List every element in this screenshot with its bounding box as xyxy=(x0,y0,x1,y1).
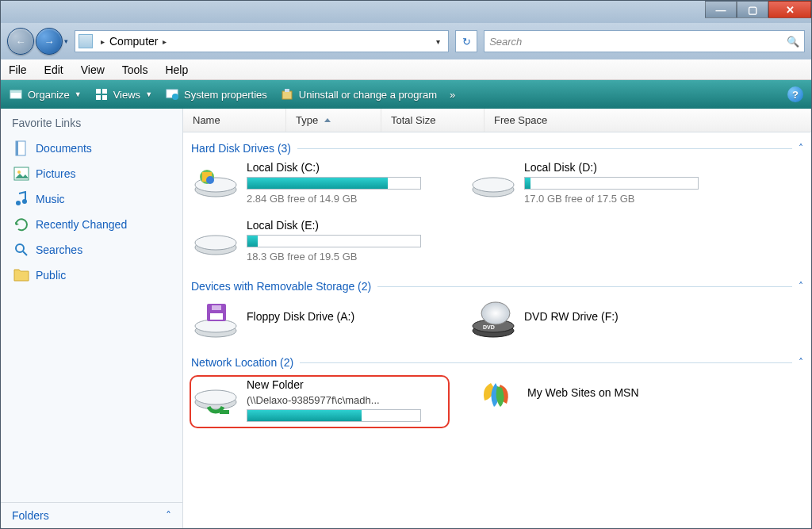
breadcrumb-sep-icon: ▸ xyxy=(101,37,105,46)
group-title: Devices with Removable Storage (2) xyxy=(191,280,371,293)
hdd-icon xyxy=(193,219,239,259)
svg-point-7 xyxy=(172,94,178,100)
menu-file[interactable]: File xyxy=(9,63,27,76)
caret-down-icon: ▼ xyxy=(145,90,152,98)
searches-icon xyxy=(13,242,29,258)
sidebar-header: Favorite Links xyxy=(1,109,182,136)
sidebar-item-documents[interactable]: Documents xyxy=(7,136,176,161)
documents-icon xyxy=(13,140,29,156)
collapse-icon[interactable]: ˄ xyxy=(799,357,803,368)
sidebar-item-pictures[interactable]: Pictures xyxy=(7,161,176,186)
minimize-button[interactable]: — xyxy=(705,1,737,18)
drive-msn-web[interactable]: My Web Sites on MSN xyxy=(473,375,727,428)
column-type[interactable]: Type xyxy=(286,109,381,132)
sidebar-label: Music xyxy=(36,193,65,205)
drive-info: DVD RW Drive (F:) xyxy=(524,299,724,326)
forward-button[interactable]: → xyxy=(36,28,63,55)
menu-view[interactable]: View xyxy=(81,63,105,76)
drive-info: My Web Sites on MSN xyxy=(527,375,727,402)
svg-rect-3 xyxy=(102,89,107,94)
drive-name: Local Disk (C:) xyxy=(247,161,446,174)
drive-floppy-a[interactable]: Floppy Disk Drive (A:) xyxy=(193,299,446,339)
drive-local-c[interactable]: Local Disk (C:) 2.84 GB free of 14.9 GB xyxy=(193,161,446,205)
menu-edit[interactable]: Edit xyxy=(44,63,63,76)
collapse-icon[interactable]: ˄ xyxy=(799,143,803,154)
breadcrumb-sep-icon: ▸ xyxy=(163,37,167,46)
hdd-icon xyxy=(470,161,516,201)
refresh-icon: ↻ xyxy=(462,36,471,48)
pictures-icon xyxy=(13,166,29,182)
sidebar-item-searches[interactable]: Searches xyxy=(7,237,176,263)
sidebar-item-recently-changed[interactable]: Recently Changed xyxy=(7,212,176,237)
back-button[interactable]: ← xyxy=(7,28,34,55)
computer-icon xyxy=(79,34,93,48)
favorite-links-list: Documents Pictures Music Recently Change… xyxy=(1,136,182,288)
address-bar[interactable]: ▸ Computer ▸ ▾ xyxy=(75,30,449,52)
svg-point-28 xyxy=(195,320,236,332)
uninstall-button[interactable]: Uninstall or change a program xyxy=(280,87,437,102)
drive-free-text: 18.3 GB free of 19.5 GB xyxy=(247,251,446,263)
menu-tools[interactable]: Tools xyxy=(122,63,148,76)
help-button[interactable]: ? xyxy=(787,86,803,102)
svg-rect-5 xyxy=(102,95,107,100)
drive-free-text: 2.84 GB free of 14.9 GB xyxy=(247,193,446,205)
svg-point-26 xyxy=(195,236,236,250)
column-headers: Name Type Total Size Free Space xyxy=(183,109,811,132)
drive-dvd-f[interactable]: DVD DVD RW Drive (F:) xyxy=(470,299,724,339)
column-total-size[interactable]: Total Size xyxy=(381,109,485,132)
svg-point-14 xyxy=(16,201,21,205)
drive-row: Floppy Disk Drive (A:) DVD DVD RW Drive … xyxy=(188,296,806,350)
group-hard-disk-drives[interactable]: Hard Disk Drives (3) ˄ xyxy=(188,136,806,158)
sidebar-item-music[interactable]: Music xyxy=(7,186,176,212)
drive-name: Local Disk (E:) xyxy=(247,219,446,232)
nav-buttons: ← → ▾ xyxy=(7,28,68,55)
drive-network-folder[interactable]: New Folder (\\Delaxo-9385977f\c\madh... xyxy=(193,378,446,425)
search-input[interactable]: Search 🔍 xyxy=(484,30,805,52)
organize-button[interactable]: Organize ▼ xyxy=(9,87,82,102)
drive-info: New Folder (\\Delaxo-9385977f\c\madh... xyxy=(247,378,446,425)
column-free-space[interactable]: Free Space xyxy=(485,109,811,132)
nav-row: ← → ▾ ▸ Computer ▸ ▾ ↻ Search 🔍 xyxy=(1,23,811,59)
column-name[interactable]: Name xyxy=(183,109,286,132)
explorer-window: — ▢ ✕ ← → ▾ ▸ Computer ▸ ▾ ↻ Search 🔍 Fi… xyxy=(0,0,812,529)
drive-info: Floppy Disk Drive (A:) xyxy=(247,299,446,326)
svg-rect-4 xyxy=(96,95,101,100)
address-dropdown-icon[interactable]: ▾ xyxy=(436,37,440,46)
main-split: Favorite Links Documents Pictures Music … xyxy=(1,109,811,528)
group-removable-storage[interactable]: Devices with Removable Storage (2) ˄ xyxy=(188,274,806,296)
drive-local-e[interactable]: Local Disk (E:) 18.3 GB free of 19.5 GB xyxy=(193,219,446,263)
highlight-annotation: New Folder (\\Delaxo-9385977f\c\madh... xyxy=(190,375,450,428)
maximize-button[interactable]: ▢ xyxy=(737,1,768,18)
usage-bar xyxy=(247,409,421,422)
system-properties-button[interactable]: System properties xyxy=(165,87,267,102)
drive-path: (\\Delaxo-9385977f\c\madh... xyxy=(247,394,446,406)
svg-rect-9 xyxy=(285,89,289,92)
nav-history-dropdown[interactable]: ▾ xyxy=(64,37,68,45)
drive-name: DVD RW Drive (F:) xyxy=(524,310,724,323)
content-pane: Name Type Total Size Free Space Hard Dis… xyxy=(183,109,811,528)
views-button[interactable]: Views ▼ xyxy=(94,87,152,102)
sysprops-label: System properties xyxy=(184,89,267,101)
public-folder-icon xyxy=(13,267,29,283)
svg-rect-1 xyxy=(10,90,21,93)
toolbar-overflow-button[interactable]: » xyxy=(450,89,455,101)
drive-name: Local Disk (D:) xyxy=(524,161,724,174)
caret-down-icon: ▼ xyxy=(75,90,82,98)
drive-row: Local Disk (C:) 2.84 GB free of 14.9 GB … xyxy=(188,158,806,216)
svg-point-37 xyxy=(195,390,236,404)
collapse-icon[interactable]: ˄ xyxy=(799,281,803,292)
breadcrumb-root[interactable]: Computer xyxy=(109,35,158,48)
group-divider xyxy=(300,362,792,363)
refresh-button[interactable]: ↻ xyxy=(455,30,477,52)
sidebar-item-public[interactable]: Public xyxy=(7,263,176,288)
folders-section-toggle[interactable]: Folders ˄ xyxy=(1,502,182,528)
sidebar-label: Public xyxy=(36,269,66,282)
drive-listing: Hard Disk Drives (3) ˄ Local Disk (C:) 2… xyxy=(183,132,811,528)
drive-name: Floppy Disk Drive (A:) xyxy=(247,310,446,323)
svg-rect-38 xyxy=(220,410,229,414)
svg-point-16 xyxy=(16,244,24,252)
drive-local-d[interactable]: Local Disk (D:) 17.0 GB free of 17.5 GB xyxy=(470,161,724,205)
group-network-location[interactable]: Network Location (2) ˄ xyxy=(188,350,806,372)
close-button[interactable]: ✕ xyxy=(768,1,811,18)
menu-help[interactable]: Help xyxy=(165,63,188,76)
